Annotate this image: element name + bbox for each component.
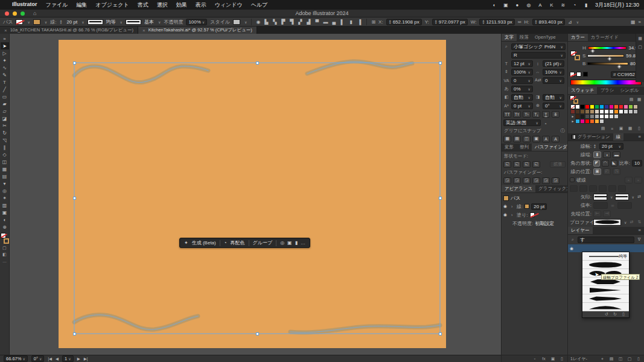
swatch[interactable] xyxy=(570,104,575,109)
tab-transform[interactable]: 変形 xyxy=(502,144,517,151)
swatch[interactable] xyxy=(599,119,604,124)
panel-menu-icon[interactable]: ≡ xyxy=(642,87,644,94)
layers-footer-icon-3[interactable]: ▢ xyxy=(626,357,633,361)
swatch[interactable] xyxy=(585,109,590,114)
popup-footer-icon-0[interactable]: ↺ xyxy=(604,312,610,317)
constrain-proportions-icon[interactable]: ∞ xyxy=(518,19,521,25)
stroke-weight-stepper[interactable]: ▲▼ xyxy=(59,19,62,24)
round-cap-button[interactable]: ◖ xyxy=(603,151,611,158)
swatch[interactable] xyxy=(623,109,628,114)
swatch[interactable] xyxy=(585,119,590,124)
selection-handle[interactable] xyxy=(439,197,442,200)
appearance-opacity-row[interactable]: 不透明度: 初期設定 xyxy=(503,220,566,227)
rotate-tool[interactable]: ↻ xyxy=(1,129,9,136)
dist-right-icon[interactable]: ▐ xyxy=(356,19,362,25)
gradient-tool[interactable]: ▤ xyxy=(1,173,9,180)
swatch-footer-icon-3[interactable]: ▦ xyxy=(627,126,633,131)
type-style-button-5[interactable]: T xyxy=(552,111,560,118)
color-spectrum-bar[interactable] xyxy=(570,80,642,85)
swatch[interactable] xyxy=(599,109,604,114)
glyph-snap-button-0[interactable]: ▦ xyxy=(503,136,511,142)
layers-footer-icon-2[interactable]: ◫ xyxy=(617,357,623,361)
spotlight-icon[interactable]: ◔ xyxy=(572,2,578,8)
expand-chevron-icon[interactable]: › xyxy=(509,205,515,209)
scissors-tool[interactable]: ✂ xyxy=(1,122,9,129)
style-caret-icon[interactable]: ∨ xyxy=(244,20,247,24)
menu-item-6[interactable]: 効果 xyxy=(176,1,187,9)
wave-top-left[interactable] xyxy=(74,66,208,83)
stroke-weight-caret-icon[interactable]: ∨ xyxy=(81,20,84,24)
color-fill-stroke-indicator[interactable] xyxy=(570,51,580,60)
magic-wand-tool[interactable]: ✦ xyxy=(1,57,9,64)
prev-artboard-icon[interactable]: ◀ xyxy=(56,357,59,361)
dash-field-5[interactable] xyxy=(618,185,626,192)
width-profile-value[interactable]: 均等 xyxy=(106,19,116,25)
layers-footer-icon-0[interactable]: ⌖ xyxy=(599,357,605,361)
tab-paragraph[interactable]: 段落 xyxy=(517,34,532,41)
brightness-value[interactable]: 80 xyxy=(630,61,636,66)
swatch-footer-icon-1[interactable]: ≡ xyxy=(609,127,615,131)
hue-slider[interactable] xyxy=(588,46,626,49)
w-field[interactable]: ▲▼1211.933 px xyxy=(479,19,514,25)
selection-handle[interactable] xyxy=(439,332,442,335)
appearance-fill-row[interactable]: ◉ › 塗り: xyxy=(503,211,566,218)
fill-indicator[interactable] xyxy=(570,51,576,56)
wave-bottom-right[interactable] xyxy=(290,325,440,332)
generate-button[interactable]: 生成 (Beta) xyxy=(192,240,216,246)
swatch[interactable] xyxy=(590,119,595,124)
appearance-stroke-row[interactable]: ◉ › 線: 20 pt xyxy=(503,203,566,210)
swatch[interactable] xyxy=(628,104,633,109)
brush-value[interactable]: 基本 xyxy=(144,19,154,25)
type-style-button-2[interactable]: T¹ xyxy=(523,111,531,118)
swatch[interactable] xyxy=(604,114,609,119)
stroke-color-chip[interactable] xyxy=(33,19,40,25)
swatch[interactable] xyxy=(580,109,585,114)
glyph-snap-button-2[interactable]: ◫ xyxy=(523,136,531,142)
brightness-slider[interactable] xyxy=(587,62,628,65)
last-artboard-icon[interactable]: ▶| xyxy=(84,357,88,361)
wifi-icon[interactable]: ≋ xyxy=(560,2,566,8)
swatch-group-icon[interactable]: ▸ xyxy=(570,114,575,119)
selection-handle[interactable] xyxy=(256,62,259,65)
layers-footer-icon-4[interactable]: ▯ xyxy=(636,357,642,361)
glyph-snap-button-1[interactable]: ▤ xyxy=(513,136,521,142)
close-tab-icon[interactable]: × xyxy=(4,28,7,33)
recolor-button[interactable]: 再配色 xyxy=(231,240,245,246)
fill-color-chip[interactable] xyxy=(16,19,23,25)
selection-handle[interactable] xyxy=(256,332,259,335)
swatch-fill-stroke-indicator[interactable] xyxy=(570,95,578,104)
document-tab-0[interactable]: ×10a_KITCHEN TAKAHASHI.ai @ 66.76 % (RGB… xyxy=(0,27,138,34)
symbol-sprayer-tool[interactable]: ✶ xyxy=(1,194,9,202)
kerning-field[interactable]: 0∨ xyxy=(511,77,533,84)
wave-paths[interactable] xyxy=(74,62,440,332)
flip-along-icon[interactable]: ⇄ xyxy=(628,220,634,224)
tab-symbols[interactable]: シンボル xyxy=(617,87,642,94)
grid-view-icon[interactable]: ▦ xyxy=(636,97,642,102)
dist-top-icon[interactable]: ▀ xyxy=(314,19,320,25)
swatch[interactable] xyxy=(570,109,575,114)
minus-back-button[interactable]: ◲ xyxy=(552,177,560,184)
tab-opentype[interactable]: OpenType xyxy=(532,34,559,41)
arrow-start-dropdown[interactable] xyxy=(593,194,607,200)
tracking-field[interactable]: 0∨ xyxy=(543,77,564,84)
black-chip[interactable] xyxy=(583,72,588,77)
shape-builder-tool[interactable]: ◫ xyxy=(1,158,9,165)
swap-arrows-icon[interactable]: ⇄ xyxy=(636,194,642,199)
swatch[interactable] xyxy=(595,119,599,124)
toolbar-chevrons-icon[interactable]: » xyxy=(1,35,9,42)
trim-button[interactable]: ◲ xyxy=(513,177,521,184)
align-left-icon[interactable]: ▙ xyxy=(263,19,269,25)
width-profile-5[interactable] xyxy=(582,294,629,303)
appearance-opacity-value[interactable]: 初期設定 xyxy=(535,220,554,227)
type-style-button-4[interactable]: T xyxy=(542,111,550,118)
appearance-footer-icon-0[interactable]: ▫ xyxy=(532,357,538,361)
dash-field-4[interactable] xyxy=(608,185,616,192)
selection-handle[interactable] xyxy=(73,197,76,200)
swatch[interactable] xyxy=(590,109,595,114)
dash-field-1[interactable] xyxy=(579,185,587,192)
column-graph-tool[interactable]: ▥ xyxy=(1,202,9,209)
menu-item-2[interactable]: 編集 xyxy=(76,1,87,9)
saturation-slider[interactable] xyxy=(587,54,624,57)
swatch-footer-icon-4[interactable]: ▯ xyxy=(636,126,642,131)
keyboard-icon[interactable]: K xyxy=(549,2,555,8)
